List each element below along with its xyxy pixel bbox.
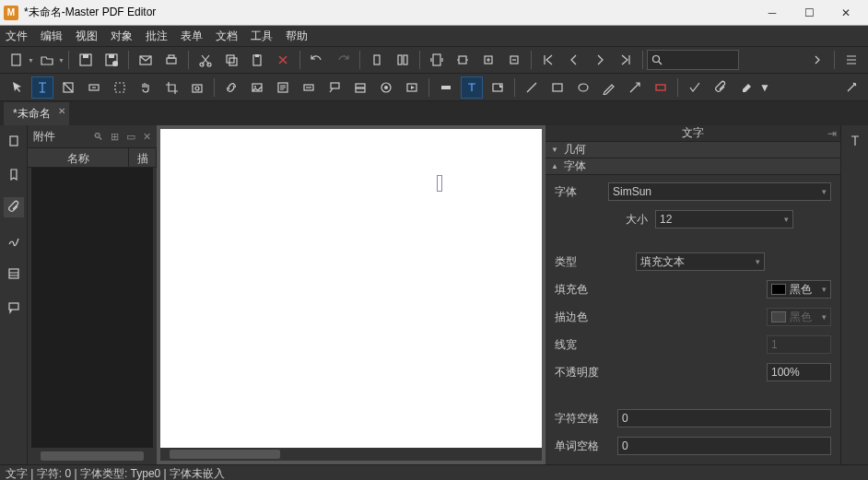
menu-file[interactable]: 文件: [6, 29, 28, 44]
menu-icon-button[interactable]: [840, 49, 862, 71]
rectangle-tool[interactable]: [546, 76, 569, 99]
save-as-button[interactable]: [100, 49, 123, 71]
document-tab[interactable]: *未命名 ✕: [4, 102, 69, 125]
last-page-button[interactable]: [615, 49, 637, 71]
panel-h-scrollbar[interactable]: [31, 450, 153, 462]
prev-page-button[interactable]: [563, 49, 585, 71]
save-button[interactable]: [75, 49, 97, 71]
show-more-button[interactable]: [806, 49, 828, 71]
undo-button[interactable]: [306, 49, 328, 71]
link-tool[interactable]: [220, 76, 242, 99]
menu-annotate[interactable]: 批注: [146, 29, 168, 44]
pencil-tool[interactable]: [598, 76, 620, 99]
first-page-button[interactable]: [537, 49, 559, 71]
geometry-section-header[interactable]: ▼几何: [545, 142, 840, 158]
svg-rect-42: [656, 85, 665, 90]
callout-tool[interactable]: [323, 76, 346, 99]
pointer-tool[interactable]: [6, 76, 28, 99]
hand-tool[interactable]: [135, 76, 157, 99]
stamp-tool[interactable]: [375, 76, 397, 99]
comments-tab[interactable]: [4, 297, 24, 317]
checkmark-tool[interactable]: [684, 76, 706, 99]
tab-close-icon[interactable]: ✕: [58, 106, 65, 116]
panel-close-icon[interactable]: ✕: [143, 131, 151, 143]
insert-text-tool[interactable]: [461, 76, 483, 99]
zoom-out-button[interactable]: [503, 49, 525, 71]
attachment-tool[interactable]: [710, 76, 732, 99]
menu-edit[interactable]: 编辑: [41, 29, 63, 44]
copy-button[interactable]: [220, 49, 242, 71]
text-box-tool[interactable]: [298, 76, 320, 99]
sticky-note-tool[interactable]: [272, 76, 294, 99]
menu-object[interactable]: 对象: [111, 29, 133, 44]
open-button[interactable]: [36, 49, 58, 71]
svg-rect-25: [115, 83, 124, 92]
ellipse-tool[interactable]: [572, 76, 594, 99]
panel-add-icon[interactable]: ⊞: [111, 131, 119, 143]
redo-button[interactable]: [332, 49, 354, 71]
magic-wand-button[interactable]: [840, 76, 862, 99]
column-name[interactable]: 名称: [28, 148, 129, 167]
minimize-button[interactable]: ─: [754, 3, 791, 23]
zoom-in-button[interactable]: [477, 49, 499, 71]
layers-tab[interactable]: [4, 263, 24, 284]
highlight-tool[interactable]: [435, 76, 457, 99]
fill-type-dropdown[interactable]: 填充文本: [636, 252, 765, 271]
print-button[interactable]: [160, 49, 182, 71]
maximize-button[interactable]: ☐: [791, 3, 827, 23]
menu-tools[interactable]: 工具: [251, 29, 273, 44]
page-canvas[interactable]: [160, 129, 542, 448]
char-space-input[interactable]: 0: [617, 409, 831, 427]
edit-form-tool[interactable]: [83, 76, 105, 99]
svg-rect-32: [331, 83, 339, 88]
properties-tab-icon[interactable]: [845, 131, 865, 151]
word-space-input[interactable]: 0: [617, 437, 831, 455]
attachments-panel: 附件 🔍︎ ⊞ ▭ ✕ 名称 描: [28, 125, 157, 464]
close-window-button[interactable]: ✕: [827, 3, 864, 23]
search-input[interactable]: [647, 50, 739, 70]
next-page-button[interactable]: [589, 49, 611, 71]
new-button[interactable]: [6, 49, 28, 71]
cut-button[interactable]: [194, 49, 217, 71]
insert-image-tool[interactable]: [487, 76, 509, 99]
text-select-tool[interactable]: [31, 76, 53, 99]
opacity-input[interactable]: 100%: [767, 363, 831, 381]
column-desc[interactable]: 描: [129, 148, 157, 167]
fit-width-button[interactable]: [452, 49, 474, 71]
font-size-input[interactable]: 12: [655, 210, 793, 228]
font-dropdown[interactable]: SimSun: [608, 182, 831, 201]
panel-search-icon[interactable]: 🔍︎: [93, 131, 103, 142]
bookmarks-tab[interactable]: [4, 164, 24, 184]
snapshot-tool[interactable]: [186, 76, 208, 99]
crop-tool[interactable]: [160, 76, 182, 99]
signatures-tab[interactable]: [4, 230, 24, 251]
attachments-tab[interactable]: [4, 197, 24, 217]
eraser-tool[interactable]: [735, 76, 757, 99]
svg-rect-46: [9, 303, 18, 310]
thumbnails-tab[interactable]: [4, 131, 24, 151]
menu-help[interactable]: 帮助: [286, 29, 308, 44]
email-button[interactable]: [135, 49, 157, 71]
page-layout-1-button[interactable]: [366, 49, 388, 71]
edit-object-tool[interactable]: [57, 76, 79, 99]
panel-expand-icon[interactable]: ▭: [126, 131, 135, 143]
delete-button[interactable]: [272, 49, 294, 71]
redact-tool[interactable]: [650, 76, 672, 99]
paste-button[interactable]: [246, 49, 268, 71]
fit-page-button[interactable]: [426, 49, 448, 71]
line-tool[interactable]: [521, 76, 543, 99]
pin-icon[interactable]: ⇥: [827, 127, 837, 140]
panel-title: 附件: [33, 129, 86, 145]
sound-tool[interactable]: [401, 76, 423, 99]
font-section-header[interactable]: ▲字体: [545, 158, 840, 175]
fill-color-dropdown[interactable]: 黑色: [767, 280, 831, 299]
arrow-tool[interactable]: [624, 76, 646, 99]
page-layout-2-button[interactable]: [392, 49, 414, 71]
menu-forms[interactable]: 表单: [181, 29, 203, 44]
menu-document[interactable]: 文档: [216, 29, 238, 44]
menu-view[interactable]: 视图: [76, 29, 98, 44]
form-field-tool[interactable]: [349, 76, 371, 99]
viewport-h-scrollbar[interactable]: [160, 448, 542, 461]
select-area-tool[interactable]: [109, 76, 131, 99]
image-tool[interactable]: [246, 76, 268, 99]
